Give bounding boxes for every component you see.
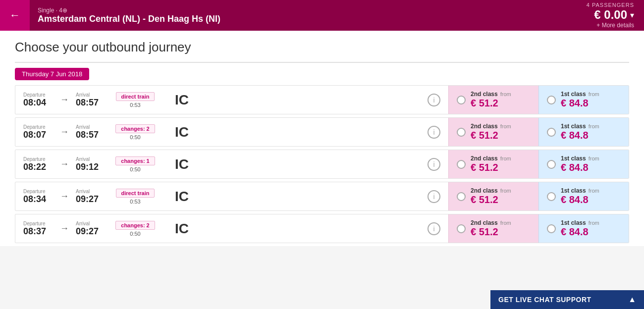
from-2nd-label-3: from xyxy=(500,188,511,194)
from-1st-label-4: from xyxy=(589,220,599,226)
from-2nd-label-2: from xyxy=(500,155,511,161)
from-1st-label-1: from xyxy=(589,123,599,129)
radio-2nd-3[interactable] xyxy=(457,192,466,201)
radio-1st-4[interactable] xyxy=(547,224,556,233)
info-icon-1[interactable]: i xyxy=(428,126,440,139)
price-2nd-text-4: 2nd class from € 51.2 xyxy=(471,219,511,238)
price-2nd-block-4[interactable]: 2nd class from € 51.2 xyxy=(448,214,538,243)
from-1st-label-2: from xyxy=(589,155,599,161)
departure-label-3: Departure xyxy=(23,189,53,194)
departure-time-2: 08:22 xyxy=(23,162,53,172)
arrival-block-2: Arrival 09:12 xyxy=(76,156,106,172)
arrow-icon-2: → xyxy=(58,159,71,169)
price-2nd-text-1: 2nd class from € 51.2 xyxy=(471,123,511,141)
journey-info-1: Departure 08:07 → Arrival 08:57 changes:… xyxy=(15,118,448,146)
price-1st-amount-2: € 84.8 xyxy=(561,162,599,173)
radio-2nd-0[interactable] xyxy=(457,96,466,104)
departure-block-1: Departure 08:07 xyxy=(23,124,53,140)
class-2nd-name-2: 2nd class xyxy=(471,155,498,162)
train-type-3: IC xyxy=(175,189,200,205)
change-type-0: direct train xyxy=(116,92,155,101)
price-chevron-icon[interactable]: ▾ xyxy=(630,10,634,20)
live-chat-bar[interactable]: GET LIVE CHAT SUPPORT ▲ xyxy=(490,290,644,309)
change-type-4: changes: 2 xyxy=(115,221,155,230)
radio-1st-3[interactable] xyxy=(547,192,556,201)
price-2nd-block-1[interactable]: 2nd class from € 51.2 xyxy=(448,118,538,146)
app-header: ← Single · 4⊕ Amsterdam Central (NL) - D… xyxy=(0,0,644,31)
duration-4: 0:50 xyxy=(130,231,140,237)
price-1st-block-3[interactable]: 1st class from € 84.8 xyxy=(538,182,629,210)
page-content: Choose your outbound journey Thursday 7 … xyxy=(0,31,644,246)
arrival-time-3: 09:27 xyxy=(76,194,106,205)
price-1st-block-4[interactable]: 1st class from € 84.8 xyxy=(538,214,629,243)
class-1st-line-0: 1st class from xyxy=(561,91,599,98)
more-details-link[interactable]: + More details xyxy=(596,22,634,29)
price-2nd-block-0[interactable]: 2nd class from € 51.2 xyxy=(448,86,538,114)
price-1st-text-1: 1st class from € 84.8 xyxy=(561,123,599,141)
arrival-label-4: Arrival xyxy=(76,221,106,226)
info-icon-3[interactable]: i xyxy=(428,190,440,203)
duration-1: 0:50 xyxy=(130,134,140,140)
arrow-icon-1: → xyxy=(58,127,71,137)
departure-block-0: Departure 08:04 xyxy=(23,92,53,108)
price-1st-block-2[interactable]: 1st class from € 84.8 xyxy=(538,150,629,178)
departure-label-2: Departure xyxy=(23,156,53,162)
arrival-block-3: Arrival 09:27 xyxy=(76,189,106,205)
changes-block-1: changes: 2 0:50 xyxy=(110,124,160,140)
price-1st-amount-3: € 84.8 xyxy=(561,194,599,206)
class-1st-line-1: 1st class from xyxy=(561,123,599,130)
class-2nd-name-4: 2nd class xyxy=(471,219,498,226)
route-name: Amsterdam Central (NL) - Den Haag Hs (NI… xyxy=(38,14,537,24)
departure-label-4: Departure xyxy=(23,221,53,226)
class-1st-name-4: 1st class xyxy=(561,219,586,226)
price-1st-text-2: 1st class from € 84.8 xyxy=(561,155,599,173)
change-type-3: direct train xyxy=(116,189,155,198)
price-2nd-amount-1: € 51.2 xyxy=(471,130,511,141)
arrow-icon-4: → xyxy=(58,223,71,234)
duration-3: 0:53 xyxy=(130,199,140,205)
title-divider xyxy=(15,62,629,63)
radio-1st-2[interactable] xyxy=(547,160,556,169)
class-2nd-line-0: 2nd class from xyxy=(471,91,511,98)
arrival-time-0: 08:57 xyxy=(76,98,106,108)
change-type-1: changes: 2 xyxy=(115,124,155,133)
price-1st-amount-4: € 84.8 xyxy=(561,226,599,238)
radio-2nd-4[interactable] xyxy=(457,224,466,233)
price-2nd-block-3[interactable]: 2nd class from € 51.2 xyxy=(448,182,538,210)
train-type-0: IC xyxy=(175,92,200,108)
price-1st-block-0[interactable]: 1st class from € 84.8 xyxy=(538,86,629,114)
header-price-amount: € 0.00 xyxy=(594,8,627,22)
header-price-block: 4 PASSENGERS € 0.00 ▾ + More details xyxy=(545,0,644,31)
info-icon-2[interactable]: i xyxy=(428,158,440,171)
price-2nd-block-2[interactable]: 2nd class from € 51.2 xyxy=(448,150,538,178)
journey-list: Departure 08:04 → Arrival 08:57 direct t… xyxy=(15,85,629,246)
from-1st-label-0: from xyxy=(589,91,599,97)
price-1st-text-4: 1st class from € 84.8 xyxy=(561,219,599,238)
class-1st-name-0: 1st class xyxy=(561,91,586,98)
info-icon-0[interactable]: i xyxy=(428,94,440,106)
trip-type: Single · 4⊕ xyxy=(38,7,537,14)
class-1st-line-4: 1st class from xyxy=(561,219,599,226)
price-1st-amount-1: € 84.8 xyxy=(561,130,599,141)
date-badge: Thursday 7 Jun 2018 xyxy=(15,68,89,80)
radio-1st-0[interactable] xyxy=(547,96,556,104)
price-2nd-amount-3: € 51.2 xyxy=(471,194,511,206)
radio-2nd-2[interactable] xyxy=(457,160,466,169)
price-row: € 0.00 ▾ xyxy=(594,8,634,22)
arrow-icon-0: → xyxy=(58,95,71,105)
journey-row: Departure 08:04 → Arrival 08:57 direct t… xyxy=(15,85,629,114)
journey-info-3: Departure 08:34 → Arrival 09:27 direct t… xyxy=(15,182,448,210)
train-type-2: IC xyxy=(175,156,200,172)
price-1st-amount-0: € 84.8 xyxy=(561,98,599,109)
radio-2nd-1[interactable] xyxy=(457,128,466,137)
back-button[interactable]: ← xyxy=(0,0,30,31)
class-1st-name-3: 1st class xyxy=(561,187,586,194)
live-chat-label: GET LIVE CHAT SUPPORT xyxy=(498,296,591,304)
radio-1st-1[interactable] xyxy=(547,128,556,137)
departure-label-0: Departure xyxy=(23,92,53,98)
journey-row: Departure 08:07 → Arrival 08:57 changes:… xyxy=(15,117,629,147)
price-1st-block-1[interactable]: 1st class from € 84.8 xyxy=(538,118,629,146)
info-icon-4[interactable]: i xyxy=(428,222,440,235)
departure-label-1: Departure xyxy=(23,124,53,130)
duration-0: 0:53 xyxy=(130,102,140,108)
